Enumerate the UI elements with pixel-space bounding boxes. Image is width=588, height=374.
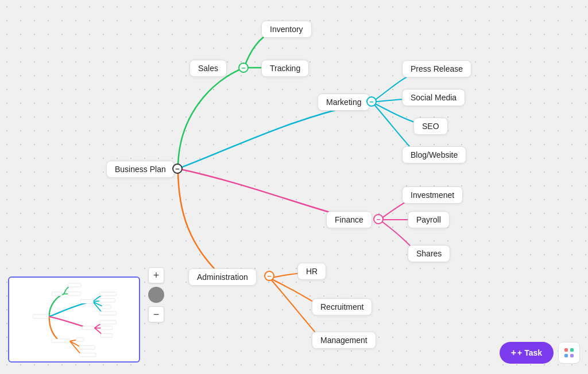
- node-label: Recruitment: [320, 302, 363, 311]
- node-marketing[interactable]: Marketing: [318, 94, 370, 111]
- minimap: [8, 276, 140, 363]
- zoom-in-button[interactable]: +: [148, 267, 164, 283]
- node-payroll[interactable]: Payroll: [408, 211, 450, 228]
- collapse-business-plan[interactable]: −: [172, 163, 183, 174]
- zoom-out-button[interactable]: −: [148, 306, 164, 322]
- svg-rect-11: [100, 326, 112, 329]
- svg-rect-1: [52, 292, 62, 295]
- node-social-media[interactable]: Social Media: [402, 89, 465, 106]
- node-blog-website[interactable]: Blog/Website: [402, 146, 466, 163]
- svg-rect-4: [80, 299, 93, 303]
- svg-rect-16: [79, 353, 96, 357]
- task-btn-label: + Task: [517, 348, 542, 357]
- node-label: Sales: [198, 64, 218, 73]
- node-hr[interactable]: HR: [297, 263, 326, 280]
- collapse-finance[interactable]: −: [373, 214, 384, 224]
- node-label: Shares: [416, 249, 442, 258]
- node-seo[interactable]: SEO: [413, 118, 448, 135]
- task-plus-icon: +: [511, 348, 516, 358]
- node-press-release[interactable]: Press Release: [402, 60, 471, 77]
- svg-rect-8: [99, 311, 116, 315]
- node-label: Administration: [197, 272, 248, 282]
- grid-icon: [563, 347, 575, 359]
- node-tracking[interactable]: Tracking: [261, 60, 309, 77]
- node-label: Business Plan: [115, 165, 166, 174]
- grid-apps-button[interactable]: [558, 342, 580, 364]
- minimap-svg: [9, 278, 140, 363]
- svg-rect-3: [68, 292, 80, 295]
- svg-rect-18: [570, 348, 574, 352]
- node-business-plan[interactable]: Business Plan: [106, 161, 175, 178]
- svg-rect-15: [79, 346, 95, 349]
- node-label: Press Release: [411, 64, 463, 73]
- node-label: SEO: [422, 122, 439, 131]
- node-administration[interactable]: Administration: [188, 268, 257, 286]
- node-label: Investmenet: [411, 190, 454, 200]
- node-label: HR: [306, 267, 318, 276]
- node-sales[interactable]: Sales: [189, 60, 227, 77]
- node-investmenet[interactable]: Investmenet: [402, 186, 463, 204]
- svg-rect-12: [100, 334, 112, 337]
- svg-rect-6: [99, 299, 115, 302]
- svg-rect-10: [99, 321, 116, 324]
- node-label: Management: [320, 336, 368, 345]
- node-label: Marketing: [326, 98, 361, 107]
- zoom-indicator: [148, 287, 164, 303]
- node-label: Inventory: [270, 25, 303, 34]
- svg-rect-2: [68, 283, 80, 287]
- zoom-controls: + −: [148, 267, 164, 322]
- node-label: Social Media: [411, 93, 457, 102]
- node-shares[interactable]: Shares: [408, 245, 450, 262]
- collapse-administration[interactable]: −: [264, 271, 274, 281]
- node-inventory[interactable]: Inventory: [261, 21, 312, 38]
- svg-rect-13: [52, 339, 69, 342]
- node-management[interactable]: Management: [312, 332, 376, 349]
- svg-rect-19: [564, 354, 568, 357]
- node-finance[interactable]: Finance: [326, 211, 372, 228]
- add-task-button[interactable]: + + Task: [500, 342, 554, 364]
- node-label: Tracking: [270, 64, 300, 73]
- svg-rect-14: [76, 338, 83, 341]
- svg-rect-9: [83, 326, 94, 329]
- svg-rect-5: [99, 292, 116, 295]
- svg-rect-0: [33, 314, 49, 318]
- node-label: Finance: [335, 215, 363, 224]
- node-label: Blog/Website: [411, 150, 458, 159]
- collapse-marketing[interactable]: −: [366, 96, 377, 107]
- mindmap-canvas: Business Plan − Sales − Inventory Tracki…: [0, 0, 588, 374]
- node-recruitment[interactable]: Recruitment: [312, 298, 372, 315]
- node-label: Payroll: [416, 215, 441, 224]
- svg-rect-7: [102, 305, 111, 309]
- svg-rect-20: [570, 354, 574, 357]
- collapse-sales[interactable]: −: [238, 63, 249, 73]
- svg-rect-17: [564, 348, 568, 352]
